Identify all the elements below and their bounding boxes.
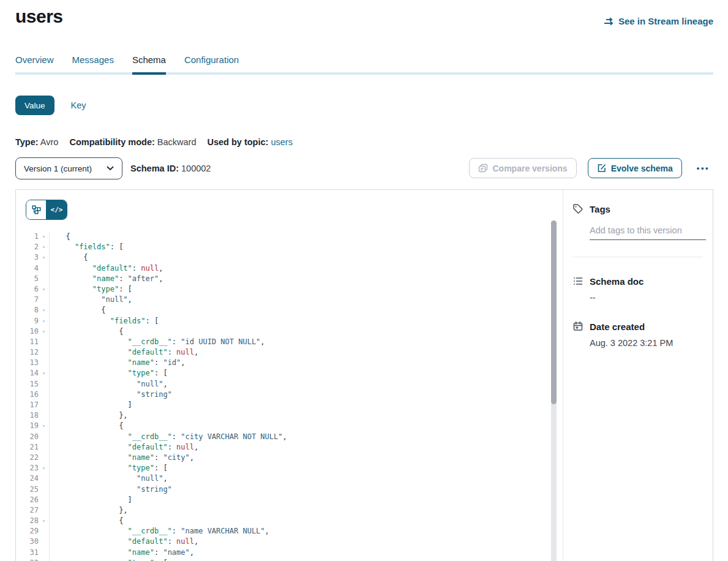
code-text[interactable]: "name": "city",	[49, 453, 549, 463]
fold-spacer	[39, 432, 49, 442]
line-number: 11	[16, 337, 39, 347]
fold-spacer	[39, 347, 49, 358]
code-line: 24 "null",	[16, 473, 549, 484]
compare-versions-button[interactable]: Compare versions	[469, 158, 577, 178]
fold-toggle-icon[interactable]: ▾	[39, 558, 49, 561]
code-line: 28▾ {	[16, 516, 549, 526]
code-text[interactable]: "null",	[49, 295, 549, 305]
code-text[interactable]: "default": null,	[49, 347, 549, 358]
code-text[interactable]: "fields": [	[49, 316, 549, 326]
schema-doc-section: Schema doc --	[572, 276, 708, 303]
code-text[interactable]: {	[49, 326, 549, 337]
editor-scrollbar-thumb[interactable]	[551, 220, 557, 404]
code-text[interactable]: },	[49, 505, 549, 516]
add-tags-input[interactable]	[590, 225, 706, 240]
fold-toggle-icon[interactable]: ▾	[39, 368, 49, 378]
code-text[interactable]: "type": [	[49, 284, 549, 295]
topic-link[interactable]: users	[271, 137, 292, 147]
code-text[interactable]: {	[49, 305, 549, 315]
code-text[interactable]: "default": null,	[49, 442, 549, 453]
fold-spacer	[39, 379, 49, 390]
code-line: 27 },	[16, 505, 549, 516]
code-text[interactable]: {	[49, 252, 549, 263]
version-toolbar: Version 1 (current) Schema ID: 100002 Co…	[15, 157, 713, 179]
tag-icon	[572, 203, 584, 214]
code-text[interactable]: "__crdb__": "id UUID NOT NULL",	[49, 337, 549, 347]
date-created-section: Date created Aug. 3 2022 3:21 PM	[572, 321, 708, 348]
fold-toggle-icon[interactable]: ▾	[39, 232, 49, 242]
line-number: 1	[16, 232, 39, 242]
code-text[interactable]: "string"	[49, 484, 549, 495]
fold-toggle-icon[interactable]: ▾	[39, 516, 49, 526]
code-text[interactable]: "name": "name",	[49, 548, 549, 558]
date-created-value: Aug. 3 2022 3:21 PM	[590, 338, 708, 348]
code-line: 21 "default": null,	[16, 442, 549, 453]
code-line: 16 "string"	[16, 390, 549, 400]
code-text[interactable]: ]	[49, 495, 549, 505]
chevron-down-icon	[107, 166, 114, 171]
tree-view-button[interactable]	[26, 200, 47, 219]
code-line: 1▾ {	[16, 232, 549, 242]
code-text[interactable]: "type": [	[49, 463, 549, 473]
more-actions-button[interactable]: •••	[693, 163, 713, 173]
fold-toggle-icon[interactable]: ▾	[39, 421, 49, 431]
code-text[interactable]: },	[49, 410, 549, 421]
code-line: 11 "__crdb__": "id UUID NOT NULL",	[16, 337, 549, 347]
line-number: 30	[16, 537, 39, 547]
tab-schema[interactable]: Schema	[132, 55, 166, 72]
line-number: 7	[16, 295, 39, 305]
code-text[interactable]: "default": null,	[49, 537, 549, 547]
code-text[interactable]: "default": null,	[49, 263, 549, 274]
code-text[interactable]: "null",	[49, 473, 549, 484]
fold-toggle-icon[interactable]: ▾	[39, 242, 49, 252]
fold-spacer	[39, 295, 49, 305]
code-text[interactable]: {	[49, 516, 549, 526]
code-line: 2▾ "fields": [	[16, 242, 549, 252]
code-text[interactable]: {	[49, 421, 549, 431]
code-text[interactable]: "string"	[49, 390, 549, 400]
fold-spacer	[39, 453, 49, 463]
tab-overview[interactable]: Overview	[15, 55, 54, 72]
schema-doc-value: --	[590, 293, 708, 303]
value-toggle-button[interactable]: Value	[15, 96, 54, 115]
code-text[interactable]: "name": "id",	[49, 358, 549, 368]
version-select[interactable]: Version 1 (current)	[15, 157, 122, 179]
code-text[interactable]: ]	[49, 400, 549, 410]
tab-bar: Overview Messages Schema Configuration	[15, 55, 713, 75]
code-text[interactable]: "type": [	[49, 368, 549, 378]
fold-toggle-icon[interactable]: ▾	[39, 463, 49, 473]
evolve-schema-button[interactable]: Evolve schema	[588, 158, 682, 178]
code-text[interactable]: "name": "after",	[49, 274, 549, 284]
line-number: 2	[16, 242, 39, 252]
line-number: 28	[16, 516, 39, 526]
tab-messages[interactable]: Messages	[72, 55, 114, 72]
code-text[interactable]: "type": [	[49, 558, 549, 561]
editor-scrollbar-track[interactable]	[551, 220, 557, 561]
code-line: 13 "name": "id",	[16, 358, 549, 368]
code-line: 22 "name": "city",	[16, 453, 549, 463]
fold-spacer	[39, 358, 49, 368]
fold-toggle-icon[interactable]: ▾	[39, 326, 49, 337]
version-actions: Compare versions Evolve schema •••	[469, 158, 714, 178]
code-text[interactable]: "__crdb__": "name VARCHAR NULL",	[49, 526, 549, 537]
code-text[interactable]: "fields": [	[49, 242, 549, 252]
code-text[interactable]: "__crdb__": "city VARCHAR NOT NULL",	[49, 432, 549, 442]
code-line: 3▾ {	[16, 252, 549, 263]
fold-toggle-icon[interactable]: ▾	[39, 305, 49, 315]
schema-meta: Type: Avro Compatibility mode: Backward …	[15, 137, 713, 147]
date-created-heading: Date created	[572, 321, 708, 332]
fold-toggle-icon[interactable]: ▾	[39, 252, 49, 263]
sidebar-divider	[572, 257, 703, 257]
list-icon	[572, 276, 584, 287]
key-toggle-link[interactable]: Key	[71, 100, 86, 110]
code-text[interactable]: "null",	[49, 379, 549, 390]
line-number: 23	[16, 463, 39, 473]
fold-toggle-icon[interactable]: ▾	[39, 284, 49, 295]
fold-toggle-icon[interactable]: ▾	[39, 316, 49, 326]
code-line: 26 ]	[16, 495, 549, 505]
tab-configuration[interactable]: Configuration	[184, 55, 239, 72]
code-text[interactable]: {	[49, 232, 549, 242]
code-view-button[interactable]: </>	[47, 200, 67, 219]
code-line: 31 "name": "name",	[16, 548, 549, 558]
see-in-stream-lineage-link[interactable]: See in Stream lineage	[604, 16, 713, 26]
